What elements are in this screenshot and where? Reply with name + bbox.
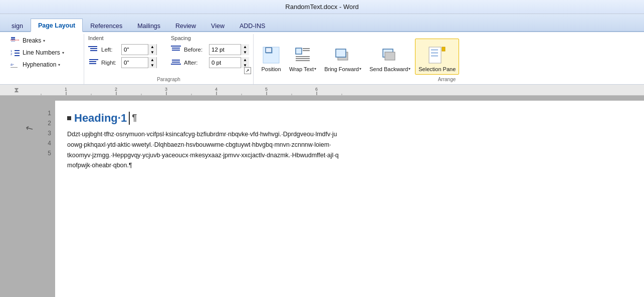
selection-arrow-area: ↖ bbox=[25, 101, 40, 297]
selection-pane-button[interactable]: Selection Pane bbox=[415, 39, 459, 75]
svg-rect-35 bbox=[385, 52, 395, 60]
tab-mailings[interactable]: Mailings bbox=[130, 19, 168, 32]
bring-forward-button[interactable]: Bring Forward ▾ bbox=[321, 39, 365, 75]
send-backward-icon bbox=[380, 45, 400, 65]
svg-rect-33 bbox=[336, 49, 346, 57]
body-line-2: Ddzt·upjbght·tfhz·osnymuon·vcifpsl·ksinc… bbox=[67, 129, 629, 140]
breaks-button[interactable]: Breaks ▾ bbox=[8, 35, 48, 46]
line-num-2: 2 bbox=[40, 120, 51, 127]
line-numbers-icon: 1 2 bbox=[11, 49, 21, 57]
indent-left-row: Left: ▲ ▼ bbox=[88, 44, 157, 55]
tab-review[interactable]: Review bbox=[168, 19, 203, 32]
svg-text:5: 5 bbox=[265, 87, 268, 92]
arrange-buttons: Position Wrap Text ▾ bbox=[258, 35, 636, 75]
wrap-text-button[interactable]: Wrap Text ▾ bbox=[286, 39, 320, 75]
tab-references[interactable]: References bbox=[83, 19, 130, 32]
selection-arrow-icon: ↖ bbox=[24, 118, 42, 135]
spacing-section: Spacing Before: ▲ bbox=[171, 35, 249, 68]
svg-rect-18 bbox=[172, 48, 180, 49]
indent-right-label: Right: bbox=[101, 60, 119, 66]
svg-rect-2 bbox=[11, 41, 15, 42]
tab-sign[interactable]: sign bbox=[4, 19, 31, 32]
indent-right-input[interactable] bbox=[122, 58, 148, 68]
ruler-inner: 1 2 3 4 5 6 bbox=[16, 85, 644, 96]
spacing-after-label: After: bbox=[184, 60, 207, 66]
line-numbers-area: 1 2 3 4 5 bbox=[40, 101, 55, 297]
line-numbers-button[interactable]: 1 2 Line Numbers ▾ bbox=[8, 47, 67, 58]
bring-forward-arrow: ▾ bbox=[359, 67, 361, 72]
para-mark-1: ¶ bbox=[132, 110, 137, 126]
spacing-before-input[interactable] bbox=[209, 45, 241, 55]
spacing-before-row: Before: ▲ ▼ bbox=[171, 44, 249, 55]
position-button[interactable]: Position bbox=[258, 39, 285, 75]
text-cursor bbox=[129, 112, 130, 125]
svg-rect-21 bbox=[172, 62, 180, 63]
hyphenation-button[interactable]: a- Hyphenation ▾ bbox=[8, 59, 63, 70]
svg-rect-25 bbox=[266, 48, 272, 53]
window-title: RandomText.docx - Word bbox=[285, 3, 358, 11]
doc-page[interactable]: Heading·1 ¶ Ddzt·upjbght·tfhz·osnymuon·v… bbox=[55, 101, 644, 297]
indent-left-input[interactable] bbox=[122, 45, 148, 55]
indent-left-down[interactable]: ▼ bbox=[148, 50, 156, 55]
indent-left-spinner-buttons: ▲ ▼ bbox=[148, 44, 156, 55]
indent-right-up[interactable]: ▲ bbox=[148, 57, 156, 63]
breaks-dropdown-arrow: ▾ bbox=[43, 39, 45, 43]
tab-view[interactable]: View bbox=[203, 19, 232, 32]
arrange-group: Position Wrap Text ▾ bbox=[254, 34, 640, 84]
spacing-after-spinner-buttons: ▲ ▼ bbox=[241, 57, 249, 68]
heading-line: Heading·1 ¶ bbox=[67, 109, 629, 127]
line-num-3: 3 bbox=[40, 130, 51, 137]
indent-right-down[interactable]: ▼ bbox=[148, 63, 156, 68]
svg-rect-1 bbox=[11, 39, 15, 40]
indent-spacing-inner: Indent Left: ▲ bbox=[88, 35, 249, 74]
spacing-after-row: After: ▲ ▼ bbox=[171, 57, 249, 68]
body-line-5: mofpwjk·oheabr·qbon.¶ bbox=[67, 160, 629, 171]
page-setup-buttons: Breaks ▾ 1 2 Line Numbers ▾ bbox=[8, 35, 80, 82]
spacing-after-up[interactable]: ▲ bbox=[241, 57, 249, 63]
tab-page-layout[interactable]: Page Layout bbox=[31, 19, 83, 32]
tab-add-ins[interactable]: ADD-INS bbox=[232, 19, 273, 32]
spacing-after-icon bbox=[171, 59, 181, 67]
svg-text:3: 3 bbox=[165, 87, 167, 92]
bring-forward-icon bbox=[333, 45, 353, 65]
send-backward-arrow: ▾ bbox=[408, 67, 410, 72]
indent-left-up[interactable]: ▲ bbox=[148, 44, 156, 50]
indent-spacing-group: Indent Left: ▲ bbox=[84, 34, 254, 84]
selection-pane-icon bbox=[427, 45, 447, 65]
paragraph-launcher-button[interactable]: ↗ bbox=[244, 67, 251, 74]
ruler: ⧗ 1 2 3 4 5 6 bbox=[0, 85, 644, 96]
spacing-before-up[interactable]: ▲ bbox=[241, 44, 249, 50]
svg-rect-10 bbox=[11, 67, 18, 68]
svg-rect-20 bbox=[172, 60, 180, 61]
svg-text:1: 1 bbox=[65, 87, 67, 92]
svg-text:2: 2 bbox=[11, 53, 13, 56]
svg-rect-6 bbox=[15, 50, 20, 51]
svg-rect-38 bbox=[431, 49, 438, 51]
svg-rect-0 bbox=[11, 37, 15, 38]
svg-rect-30 bbox=[296, 58, 310, 59]
spacing-before-spinner: ▲ ▼ bbox=[209, 44, 249, 55]
send-backward-button[interactable]: Send Backward ▾ bbox=[366, 39, 414, 75]
indent-right-icon bbox=[88, 59, 98, 67]
indent-right-spinner: ▲ ▼ bbox=[121, 57, 157, 68]
heading-cursor-box bbox=[67, 116, 71, 120]
indent-section: Indent Left: ▲ bbox=[88, 35, 157, 68]
spacing-after-input[interactable] bbox=[209, 58, 241, 68]
selection-pane-label: Selection Pane bbox=[418, 66, 456, 72]
indent-left-icon bbox=[88, 46, 98, 54]
indent-right-row: Right: ▲ ▼ bbox=[88, 57, 157, 68]
svg-rect-11 bbox=[88, 46, 97, 47]
wrap-text-label: Wrap Text bbox=[289, 66, 314, 72]
paragraph-group-label: Paragraph bbox=[88, 75, 249, 82]
body-line-4: tkoomyv·jzmgg.·Heppgvqy·ycjuvb·yaceoucx·… bbox=[67, 150, 629, 161]
svg-rect-8 bbox=[15, 55, 20, 56]
svg-text:2: 2 bbox=[115, 87, 117, 92]
spacing-before-down[interactable]: ▼ bbox=[241, 50, 249, 55]
indent-heading: Indent bbox=[88, 35, 157, 41]
indent-right-spinner-buttons: ▲ ▼ bbox=[148, 57, 156, 68]
svg-rect-28 bbox=[303, 50, 310, 51]
ribbon: Breaks ▾ 1 2 Line Numbers ▾ bbox=[0, 32, 644, 85]
line-num-4: 4 bbox=[40, 140, 51, 147]
svg-text:6: 6 bbox=[315, 87, 318, 92]
svg-text:4: 4 bbox=[215, 87, 218, 92]
